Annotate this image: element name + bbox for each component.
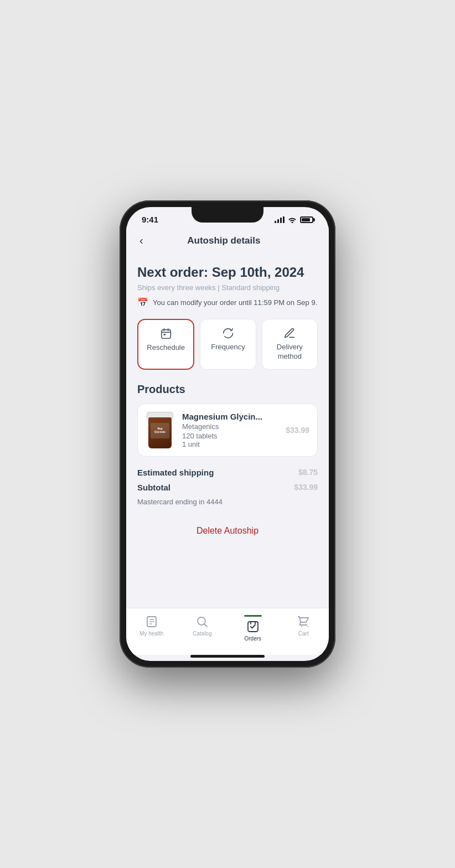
orders-icon	[246, 620, 260, 633]
tab-bar: My health Catalog Orders	[126, 608, 329, 655]
svg-line-10	[205, 624, 208, 627]
shipping-label: Estimated shipping	[137, 468, 214, 477]
product-price: $33.99	[286, 426, 309, 435]
phone-frame: 9:41 ‹ Autoship details	[120, 200, 335, 668]
catalog-icon	[195, 615, 209, 628]
status-time: 9:41	[142, 215, 158, 224]
signal-icon	[275, 216, 285, 223]
svg-rect-4	[163, 334, 166, 335]
subtotal-value: $33.99	[294, 483, 318, 492]
notch	[192, 207, 263, 223]
tab-orders-label: Orders	[244, 636, 261, 642]
reschedule-button[interactable]: Reschedule	[137, 319, 194, 370]
reschedule-label: Reschedule	[147, 343, 185, 353]
products-section-title: Products	[137, 383, 318, 396]
product-image: MagGlycinate	[146, 412, 174, 448]
status-icons	[275, 216, 313, 223]
tab-my-health-label: My health	[139, 631, 163, 637]
delivery-icon	[283, 327, 296, 339]
product-details-unit: 1 unit	[182, 440, 278, 448]
tab-cart[interactable]: Cart	[278, 613, 329, 644]
product-card: MagGlycinate Magnesium Glycin... Metagen…	[137, 404, 318, 457]
action-buttons: Reschedule Frequency Deliver	[137, 319, 318, 370]
frequency-icon	[222, 327, 234, 339]
product-details-tablets: 120 tablets	[182, 432, 278, 440]
delivery-label: Deliverymethod	[277, 343, 303, 361]
subtotal-row: Subtotal $33.99	[137, 483, 318, 492]
frequency-label: Frequency	[211, 343, 245, 352]
delete-autoship-button[interactable]: Delete Autoship	[137, 517, 318, 545]
order-subtitle: Ships every three weeks | Standard shipp…	[137, 283, 318, 292]
wifi-icon	[288, 216, 297, 223]
tab-catalog-label: Catalog	[193, 631, 211, 637]
frequency-text: Ships every three weeks	[137, 283, 216, 292]
home-indicator	[190, 655, 265, 658]
shipping-row: Estimated shipping $8.75	[137, 468, 318, 477]
subtotal-label: Subtotal	[137, 483, 170, 492]
payment-info: Mastercard ending in 4444	[137, 498, 318, 506]
page-title: Autoship details	[146, 235, 302, 246]
scroll-content: Next order: Sep 10th, 2024 Ships every t…	[126, 256, 329, 608]
svg-point-13	[307, 626, 308, 627]
shipping-text: Standard shipping	[221, 283, 280, 292]
reschedule-icon	[160, 328, 172, 340]
frequency-button[interactable]: Frequency	[200, 319, 256, 370]
back-button[interactable]: ‹	[137, 232, 146, 249]
order-summary: Estimated shipping $8.75 Subtotal $33.99…	[137, 468, 318, 506]
calendar-icon: 📅	[137, 297, 148, 308]
tab-my-health[interactable]: My health	[126, 613, 177, 644]
tab-orders[interactable]: Orders	[228, 613, 278, 644]
modify-notice-text: You can modify your order until 11:59 PM…	[153, 298, 317, 307]
tab-active-indicator	[244, 615, 262, 617]
cart-icon	[297, 615, 310, 628]
my-health-icon	[145, 615, 158, 628]
tab-catalog[interactable]: Catalog	[177, 613, 228, 644]
product-brand: Metagenics	[182, 422, 278, 431]
product-name: Magnesium Glycin...	[182, 412, 278, 421]
order-title: Next order: Sep 10th, 2024	[137, 265, 318, 280]
svg-rect-0	[161, 330, 170, 339]
shipping-value: $8.75	[298, 468, 318, 477]
phone-screen: 9:41 ‹ Autoship details	[126, 207, 329, 661]
svg-point-12	[301, 626, 302, 627]
product-info: Magnesium Glycin... Metagenics 120 table…	[182, 412, 278, 448]
delivery-method-button[interactable]: Deliverymethod	[262, 319, 318, 370]
tab-cart-label: Cart	[298, 631, 309, 637]
battery-icon	[300, 216, 313, 223]
nav-header: ‹ Autoship details	[126, 228, 329, 256]
modify-notice: 📅 You can modify your order until 11:59 …	[137, 297, 318, 308]
